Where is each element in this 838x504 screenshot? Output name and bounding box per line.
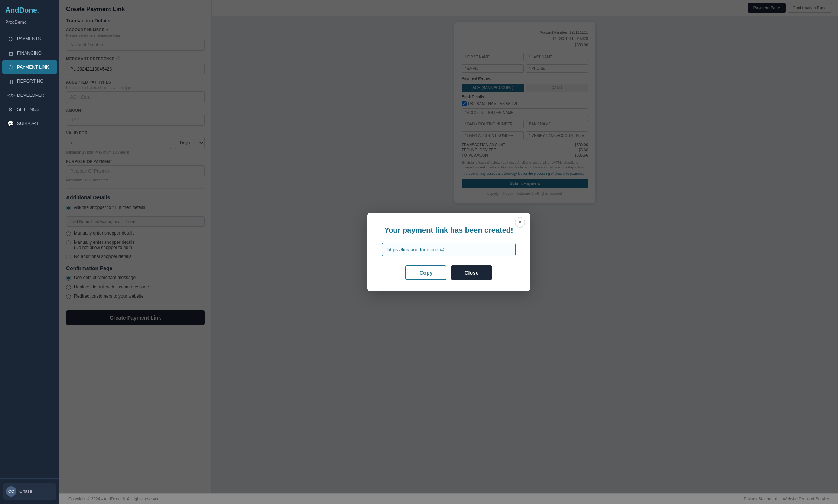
- reporting-icon: ◫: [7, 78, 13, 84]
- sidebar-footer: CC Chase: [0, 478, 59, 504]
- modal-dialog: × Your payment link has been created! ht…: [367, 213, 530, 291]
- modal-close-button[interactable]: ×: [515, 217, 525, 228]
- sidebar-item-financing-label: FINANCING: [17, 50, 42, 56]
- user-avatar-area[interactable]: CC Chase: [3, 483, 56, 500]
- settings-icon: ⚙: [7, 107, 13, 112]
- modal-link-box: https://link.anddone.com/#. ...........: [382, 243, 516, 256]
- sidebar-item-support-label: SUPPORT: [17, 121, 39, 126]
- user-name: Chase: [19, 489, 32, 494]
- modal-actions: Copy Close: [382, 265, 516, 280]
- sidebar-item-reporting-label: REPORTING: [17, 79, 43, 84]
- sidebar-item-developer[interactable]: </> DEVELOPER: [2, 89, 57, 102]
- sidebar-item-settings-label: SETTINGS: [17, 107, 39, 112]
- payment-link-icon: ⬡: [7, 64, 13, 70]
- sidebar-item-payments-label: PAYMENTS: [17, 36, 41, 42]
- support-icon: 💬: [7, 121, 13, 127]
- modal-close-btn[interactable]: Close: [451, 265, 492, 280]
- sidebar-nav: ⬡ PAYMENTS ▦ FINANCING ⬡ PAYMENT LINK ◫ …: [0, 30, 59, 478]
- modal-overlay[interactable]: × Your payment link has been created! ht…: [59, 0, 838, 504]
- sidebar-item-payment-link[interactable]: ⬡ PAYMENT LINK: [2, 60, 57, 74]
- financing-icon: ▦: [7, 50, 13, 56]
- modal-link-placeholder: ...........: [495, 247, 510, 252]
- sidebar-item-settings[interactable]: ⚙ SETTINGS: [2, 103, 57, 116]
- payments-icon: ⬡: [7, 36, 13, 42]
- environment-label: ProdDemo: [0, 18, 59, 30]
- sidebar-item-financing[interactable]: ▦ FINANCING: [2, 46, 57, 60]
- developer-icon: </>: [7, 92, 13, 98]
- avatar: CC: [6, 486, 16, 497]
- sidebar-item-support[interactable]: 💬 SUPPORT: [2, 117, 57, 130]
- sidebar-item-payments[interactable]: ⬡ PAYMENTS: [2, 32, 57, 46]
- logo: AndDone.: [0, 0, 59, 18]
- sidebar: AndDone. ProdDemo ⬡ PAYMENTS ▦ FINANCING…: [0, 0, 59, 504]
- modal-link-prefix: https://link.anddone.com/#.: [387, 247, 492, 252]
- modal-copy-button[interactable]: Copy: [405, 265, 446, 280]
- main-content: Create Payment Link Transaction Details …: [59, 0, 838, 504]
- modal-title: Your payment link has been created!: [382, 226, 516, 235]
- sidebar-item-developer-label: DEVELOPER: [17, 93, 44, 98]
- sidebar-item-reporting[interactable]: ◫ REPORTING: [2, 75, 57, 88]
- sidebar-item-payment-link-label: PAYMENT LINK: [17, 65, 49, 70]
